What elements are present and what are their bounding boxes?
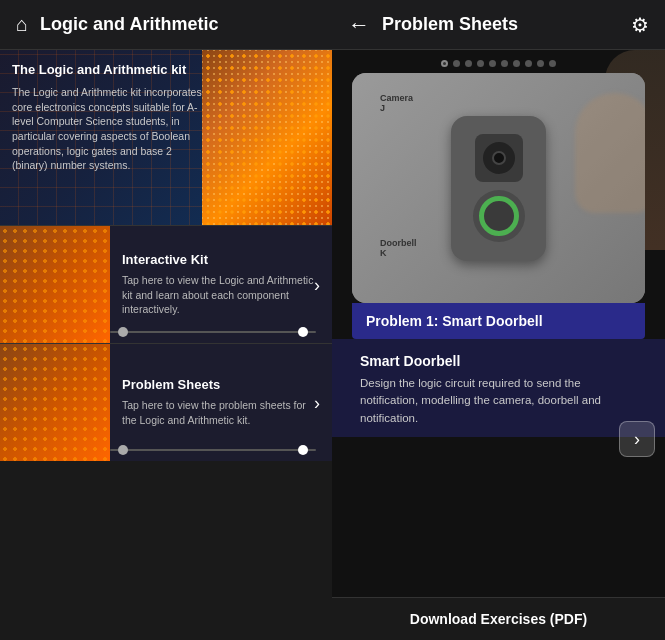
problem-card-slider[interactable] [110,449,316,453]
home-icon[interactable]: ⌂ [16,13,28,36]
interactive-card-title: Interactive Kit [122,252,320,267]
circuit-pattern [0,226,110,343]
hero-background: The Logic and Arithmetic kit The Logic a… [0,50,332,225]
interactive-card-slider[interactable] [110,331,316,335]
dot-10[interactable] [549,60,556,67]
doorbell-card: Camera J Doorbell K [352,73,645,303]
hero-image [202,50,332,225]
problem-sheets-card[interactable]: Problem Sheets Tap here to view the prob… [0,343,332,461]
hero-title: The Logic and Arithmetic kit [12,62,202,77]
problem-title-banner: Problem 1: Smart Doorbell [352,303,645,339]
next-arrow[interactable]: › [619,421,655,457]
interactive-card-image [0,226,110,343]
problem-card-body: Tap here to view the problem sheets for … [122,398,320,427]
camera-label: Camera [380,93,413,103]
gear-icon[interactable]: ⚙ [631,13,649,37]
dot-2[interactable] [453,60,460,67]
problem-slider-track [110,449,316,451]
camera-lens-inner [492,151,506,165]
dot-9[interactable] [537,60,544,67]
right-header-title: Problem Sheets [382,14,619,35]
problem-card-content: Problem Sheets Tap here to view the prob… [110,344,332,461]
back-icon[interactable]: ← [348,12,370,38]
dot-3[interactable] [465,60,472,67]
right-panel: ← Problem Sheets ⚙ Camera J [332,0,665,640]
page-indicators [332,50,665,73]
right-header: ← Problem Sheets ⚙ [332,0,665,50]
problem-title: Problem 1: Smart Doorbell [366,313,631,329]
doorbell-label: Doorbell [380,238,417,248]
problem-slider-thumb-left [118,445,128,455]
smart-device [451,116,546,261]
interactive-card-content: Interactive Kit Tap here to view the Log… [110,226,332,343]
doorbell-k-label: K [380,248,387,258]
interactive-card[interactable]: Interactive Kit Tap here to view the Log… [0,225,332,343]
problem-circuit-pattern [0,344,110,461]
download-button[interactable]: Download Exercises (PDF) [332,597,665,640]
camera-j-label: J [380,103,385,113]
dot-1[interactable] [441,60,448,67]
problem-slider-thumb-right [298,445,308,455]
dot-6[interactable] [501,60,508,67]
carousel-content: Camera J Doorbell K Problem 1: Smart Doo… [332,73,665,597]
circuit-dots [202,50,332,225]
problem-card-chevron[interactable]: › [314,392,320,413]
dot-8[interactable] [525,60,532,67]
description-title: Smart Doorbell [360,353,637,369]
dot-5[interactable] [489,60,496,67]
problem-card-image [0,344,110,461]
interactive-card-body: Tap here to view the Logic and Arithmeti… [122,273,320,317]
camera-module [475,134,523,182]
person-silhouette [575,93,645,213]
doorbell-ring [479,196,519,236]
dot-4[interactable] [477,60,484,67]
problem-card-title: Problem Sheets [122,377,320,392]
interactive-card-chevron[interactable]: › [314,274,320,295]
slider-track [110,331,316,333]
dot-7[interactable] [513,60,520,67]
doorbell-button [473,190,525,242]
left-header: ⌂ Logic and Arithmetic [0,0,332,50]
slider-thumb-left [118,327,128,337]
download-button-label: Download Exercises (PDF) [410,611,587,627]
description-area: Smart Doorbell Design the logic circuit … [332,339,665,437]
hero-card: The Logic and Arithmetic kit The Logic a… [0,50,332,225]
left-panel: ⌂ Logic and Arithmetic The Logic and Ari… [0,0,332,640]
slider-thumb-right [298,327,308,337]
hero-body: The Logic and Arithmetic kit incorporate… [12,85,202,173]
description-body: Design the logic circuit required to sen… [360,375,637,427]
hero-text-box: The Logic and Arithmetic kit The Logic a… [12,62,202,173]
left-header-title: Logic and Arithmetic [40,14,218,35]
camera-lens [483,142,515,174]
